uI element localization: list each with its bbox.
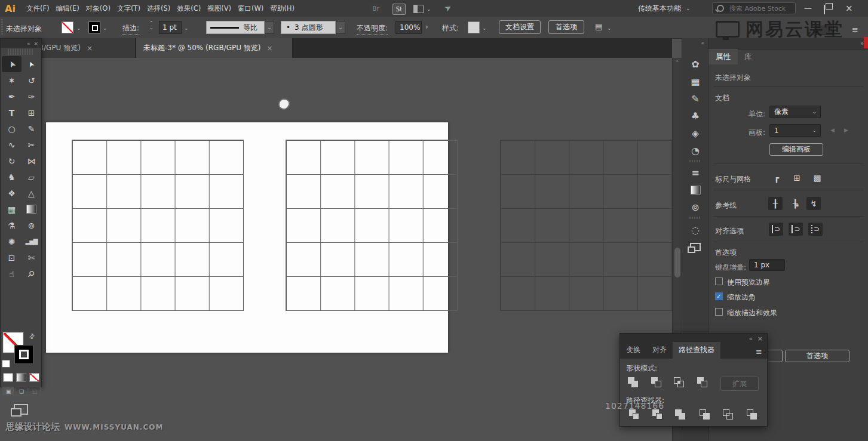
- grid-object-1[interactable]: [72, 140, 244, 311]
- close-button[interactable]: ×: [845, 3, 853, 14]
- opacity-value[interactable]: 100%: [395, 21, 422, 34]
- minimize-button[interactable]: —: [804, 4, 812, 13]
- transparency-grid-button[interactable]: ▩: [810, 171, 824, 184]
- stroke-panel-icon[interactable]: ≡: [682, 165, 708, 180]
- tab-align[interactable]: 对齐: [646, 342, 673, 359]
- tab-transform[interactable]: 变换: [620, 342, 646, 359]
- preferences-bottom-button[interactable]: 首选项: [785, 350, 849, 362]
- restore-button[interactable]: [824, 5, 825, 14]
- stepper-down-icon[interactable]: ⌄: [149, 26, 157, 30]
- stroke-profile-chevron[interactable]: ⌄: [265, 21, 274, 34]
- search-input[interactable]: [728, 4, 790, 13]
- zoom-tool[interactable]: ⚲: [22, 266, 41, 282]
- align-options-icon[interactable]: ▤: [595, 22, 602, 31]
- stroke-color-indicator[interactable]: [15, 346, 33, 363]
- artboards-panel-icon[interactable]: ◔: [682, 143, 708, 158]
- draw-inside-button[interactable]: ◱: [29, 387, 41, 396]
- panel-menu-icon[interactable]: ≡: [852, 25, 858, 34]
- mesh-tool[interactable]: ▦: [2, 201, 22, 217]
- grid-object-2[interactable]: [286, 140, 458, 311]
- fill-chevron-icon[interactable]: ⌄: [76, 26, 81, 31]
- screen-mode-icon[interactable]: [14, 404, 28, 415]
- bridge-button[interactable]: Br: [370, 4, 382, 14]
- shape-builder-tool[interactable]: ❖: [2, 185, 22, 201]
- close-icon[interactable]: ×: [757, 335, 763, 343]
- snap-to-glyph-button[interactable]: ⊃: [808, 223, 823, 236]
- stroke-weight-chevron-icon[interactable]: ⌄: [184, 26, 189, 31]
- merge-button[interactable]: [674, 409, 689, 422]
- scale-corners-checkbox[interactable]: ✓: [715, 292, 723, 300]
- color-button[interactable]: [3, 373, 13, 382]
- minus-front-button[interactable]: [650, 377, 665, 390]
- menu-window[interactable]: 窗口(W): [238, 4, 263, 13]
- keyboard-increment-input[interactable]: 1 px: [749, 259, 785, 271]
- stroke-chevron-icon[interactable]: ⌄: [103, 26, 108, 31]
- draw-behind-button[interactable]: ❏: [16, 387, 27, 396]
- gradient-tool[interactable]: [22, 201, 41, 217]
- stroke-weight-label[interactable]: 描边:: [122, 23, 139, 35]
- close-icon[interactable]: ×: [33, 41, 38, 47]
- rectangular-grid-tool[interactable]: ⊞: [22, 104, 41, 121]
- show-grid-button[interactable]: ⊞: [790, 171, 804, 184]
- symbols-panel-icon[interactable]: ♣: [682, 108, 708, 124]
- minus-back-button[interactable]: [746, 409, 761, 422]
- brushes-panel-icon[interactable]: ✎: [682, 91, 708, 106]
- appearance-panel-icon[interactable]: ◌: [682, 222, 708, 238]
- preferences-button[interactable]: 首选项: [548, 20, 584, 34]
- ellipse-tool[interactable]: ○: [2, 121, 22, 137]
- prev-artboard-icon[interactable]: ◀: [830, 127, 835, 133]
- menu-edit[interactable]: 编辑(E): [56, 4, 79, 13]
- color-panel-icon[interactable]: ✿: [682, 56, 708, 72]
- brush-chevron[interactable]: ⌄: [336, 21, 345, 34]
- default-fill-stroke-icon[interactable]: [2, 360, 10, 368]
- show-rulers-button[interactable]: ┏: [769, 171, 784, 184]
- search-box[interactable]: [712, 2, 796, 14]
- style-swatch[interactable]: [468, 21, 480, 33]
- blend-tool[interactable]: ⊚: [22, 217, 41, 233]
- panel-menu-icon[interactable]: ≡: [751, 345, 767, 359]
- draw-normal-button[interactable]: ▣: [2, 387, 14, 396]
- tab-close-icon[interactable]: ×: [267, 44, 273, 53]
- free-transform-tool[interactable]: ▱: [22, 169, 41, 185]
- swatches-panel-icon[interactable]: ▦: [682, 73, 708, 89]
- selection-tool[interactable]: ➤: [2, 56, 22, 72]
- magic-wand-tool[interactable]: ✶: [2, 72, 22, 88]
- snap-cursor-button[interactable]: ↯: [806, 197, 821, 210]
- symbol-sprayer-tool[interactable]: ✺: [2, 233, 22, 249]
- paintbrush-tool[interactable]: ✎: [22, 121, 41, 137]
- pen-tool[interactable]: ✒: [2, 88, 22, 104]
- width-tool[interactable]: ⋈: [22, 153, 41, 169]
- canvas-area[interactable]: [42, 58, 672, 441]
- dock-collapse-icon[interactable]: «: [682, 38, 708, 48]
- scissors-tool[interactable]: ✂: [22, 137, 41, 153]
- document-tab-active[interactable]: 未标题-3* @ 50% (RGB/GPU 预览) ×: [136, 38, 293, 58]
- control-bar-grip[interactable]: [1, 19, 3, 36]
- tab-pathfinder[interactable]: 路径查找器: [673, 342, 720, 359]
- next-artboard-icon[interactable]: ▶: [844, 127, 848, 133]
- share-icon[interactable]: ➤: [443, 2, 453, 14]
- intersect-button[interactable]: [673, 377, 688, 390]
- lock-guides-button[interactable]: ╂▪: [789, 197, 803, 210]
- menu-file[interactable]: 文件(F): [26, 4, 50, 13]
- column-graph-tool[interactable]: ▂▅▇: [22, 233, 41, 249]
- stroke-weight-value[interactable]: 1 pt: [159, 21, 182, 34]
- snap-to-grid-button[interactable]: ⊃: [789, 223, 803, 236]
- fill-swatch[interactable]: [62, 21, 73, 33]
- transparency-panel-icon[interactable]: ⊚: [682, 199, 708, 215]
- dock-grip[interactable]: [689, 160, 701, 162]
- stroke-profile-dropdown[interactable]: 等比: [206, 21, 265, 34]
- grid-object-3[interactable]: [500, 140, 672, 311]
- menu-help[interactable]: 帮助(H): [270, 4, 295, 13]
- scroll-up-icon[interactable]: ⌃: [673, 58, 682, 67]
- opacity-expand-icon[interactable]: ›: [425, 23, 428, 31]
- arrange-documents-button[interactable]: ⌄: [413, 5, 431, 13]
- menu-effect[interactable]: 效果(C): [177, 4, 201, 13]
- gradient-button[interactable]: [16, 373, 26, 382]
- divide-button[interactable]: [628, 409, 643, 422]
- style-chevron-icon[interactable]: ⌄: [482, 26, 487, 31]
- opacity-label[interactable]: 不透明度:: [357, 23, 388, 35]
- hidden-dropdown[interactable]: ⌄: [816, 26, 834, 35]
- menu-view[interactable]: 视图(V): [207, 4, 231, 13]
- tab-libraries[interactable]: 库: [737, 49, 759, 64]
- preview-bounds-checkbox[interactable]: [715, 277, 723, 285]
